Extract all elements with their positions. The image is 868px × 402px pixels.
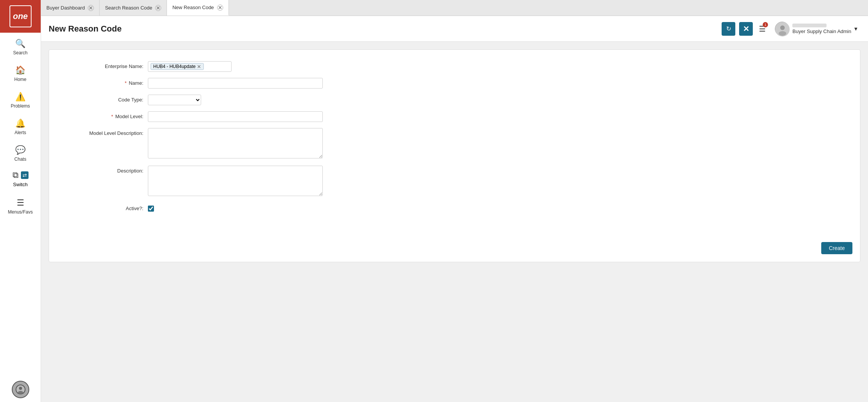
create-button[interactable]: Create: [821, 242, 852, 254]
sidebar-item-chats-label: Chats: [14, 157, 26, 162]
tab-bar: Buyer Dashboard ✕ Search Reason Code ✕ N…: [41, 0, 868, 16]
sidebar-bottom: [12, 381, 29, 402]
active-control: [148, 203, 323, 213]
code-type-row: Code Type: Type A Type B Type C: [64, 95, 845, 105]
name-control: [148, 78, 323, 89]
main-area: Buyer Dashboard ✕ Search Reason Code ✕ N…: [41, 0, 868, 402]
model-level-desc-row: Model Level Description:: [64, 128, 845, 160]
description-control: [148, 166, 323, 197]
model-level-row: * Model Level:: [64, 111, 845, 122]
name-label: * Name:: [64, 78, 148, 86]
sidebar-item-alerts-label: Alerts: [14, 130, 26, 135]
tab-new-reason-code-close[interactable]: ✕: [217, 5, 223, 11]
svg-point-4: [780, 25, 785, 30]
home-icon: 🏠: [15, 65, 25, 75]
form-card: Enterprise Name: HUB4 - HUB4update ✕ * N…: [49, 49, 860, 262]
model-level-desc-control: [148, 128, 323, 160]
sidebar-item-problems[interactable]: ⚠️ Problems: [0, 86, 41, 112]
name-input[interactable]: [148, 78, 323, 89]
logo-text: one: [13, 11, 28, 21]
close-x-icon: ✕: [743, 24, 749, 33]
sidebar-item-switch-label: Switch: [13, 182, 27, 187]
sidebar-item-alerts[interactable]: 🔔 Alerts: [0, 112, 41, 139]
description-textarea[interactable]: [148, 166, 323, 196]
tab-search-reason-code-close[interactable]: ✕: [155, 5, 161, 11]
sidebar-avatar[interactable]: [12, 381, 29, 398]
chat-icon: 💬: [15, 145, 25, 155]
sidebar-item-search-label: Search: [13, 50, 27, 55]
model-level-desc-textarea[interactable]: [148, 128, 323, 158]
tab-search-reason-code-label: Search Reason Code: [105, 5, 152, 11]
tab-new-reason-code-label: New Reason Code: [172, 5, 214, 10]
switch-arrow-icon: ⇄: [21, 171, 29, 179]
close-button[interactable]: ✕: [739, 22, 753, 36]
header-actions: ↻ ✕ ☰ 1 Buyer Supply Chai: [722, 20, 860, 38]
enterprise-tag-text: HUB4 - HUB4update: [153, 64, 195, 69]
user-info: Buyer Supply Chain Admin: [792, 24, 851, 34]
bell-icon: 🔔: [15, 119, 25, 128]
user-role: Buyer Supply Chain Admin: [792, 28, 851, 34]
code-type-control: Type A Type B Type C: [148, 95, 323, 105]
sidebar-item-home[interactable]: 🏠 Home: [0, 59, 41, 86]
refresh-button[interactable]: ↻: [722, 22, 735, 36]
enterprise-name-control: HUB4 - HUB4update ✕: [148, 61, 323, 72]
model-level-input[interactable]: [148, 111, 323, 122]
user-avatar: [775, 22, 789, 36]
description-label: Description:: [64, 166, 148, 174]
svg-point-2: [18, 391, 23, 394]
user-dropdown-arrow[interactable]: ▾: [854, 25, 857, 32]
model-level-desc-label: Model Level Description:: [64, 128, 148, 136]
tab-search-reason-code[interactable]: Search Reason Code ✕: [100, 0, 167, 16]
sidebar-item-search[interactable]: 🔍 Search: [0, 33, 41, 59]
active-row: Active?:: [64, 203, 845, 213]
tab-buyer-dashboard-label: Buyer Dashboard: [46, 5, 85, 11]
sidebar: one 🔍 Search 🏠 Home ⚠️ Problems 🔔 Alerts…: [0, 0, 41, 402]
name-required-star: *: [125, 80, 127, 86]
model-level-control: [148, 111, 323, 122]
code-type-label: Code Type:: [64, 95, 148, 103]
tab-buyer-dashboard-close[interactable]: ✕: [88, 5, 94, 11]
warning-icon: ⚠️: [15, 92, 25, 102]
model-level-required-star: *: [111, 114, 113, 119]
tab-new-reason-code[interactable]: New Reason Code ✕: [167, 0, 229, 16]
content-area: Enterprise Name: HUB4 - HUB4update ✕ * N…: [41, 42, 868, 402]
page-header: New Reason Code ↻ ✕ ☰ 1: [41, 16, 868, 42]
svg-point-5: [779, 31, 786, 36]
enterprise-tag-input[interactable]: HUB4 - HUB4update ✕: [148, 61, 232, 72]
enterprise-name-row: Enterprise Name: HUB4 - HUB4update ✕: [64, 61, 845, 72]
code-type-select[interactable]: Type A Type B Type C: [148, 95, 201, 105]
active-checkbox[interactable]: [148, 206, 154, 212]
menu-button[interactable]: ☰ 1: [757, 22, 768, 36]
name-row: * Name:: [64, 78, 845, 89]
tab-buyer-dashboard[interactable]: Buyer Dashboard ✕: [41, 0, 100, 16]
sidebar-item-problems-label: Problems: [11, 103, 30, 109]
user-area[interactable]: Buyer Supply Chain Admin ▾: [772, 20, 860, 38]
sidebar-item-chats[interactable]: 💬 Chats: [0, 139, 41, 166]
switch-icons: ⧉ ⇄: [13, 170, 29, 180]
enterprise-tag-remove[interactable]: ✕: [197, 64, 201, 69]
sidebar-item-menus[interactable]: ☰ Menus/Favs: [0, 192, 41, 218]
active-label: Active?:: [64, 203, 148, 211]
model-level-label: * Model Level:: [64, 111, 148, 119]
description-row: Description:: [64, 166, 845, 197]
sidebar-item-switch[interactable]: ⧉ ⇄ Switch: [0, 166, 41, 192]
page-title: New Reason Code: [49, 24, 722, 34]
enterprise-name-label: Enterprise Name:: [64, 61, 148, 69]
menu-lines-icon: ☰: [17, 198, 24, 208]
switch-pages-icon: ⧉: [13, 170, 19, 180]
app-logo[interactable]: one: [0, 0, 41, 33]
sidebar-item-home-label: Home: [14, 77, 26, 82]
user-name-blurred: [792, 24, 827, 27]
svg-point-1: [19, 387, 22, 390]
notification-badge: 1: [763, 22, 768, 27]
logo-box: one: [10, 5, 32, 27]
sidebar-item-menus-label: Menus/Favs: [8, 209, 33, 215]
refresh-icon: ↻: [726, 25, 731, 32]
enterprise-tag: HUB4 - HUB4update ✕: [151, 63, 204, 70]
search-icon: 🔍: [15, 39, 25, 49]
